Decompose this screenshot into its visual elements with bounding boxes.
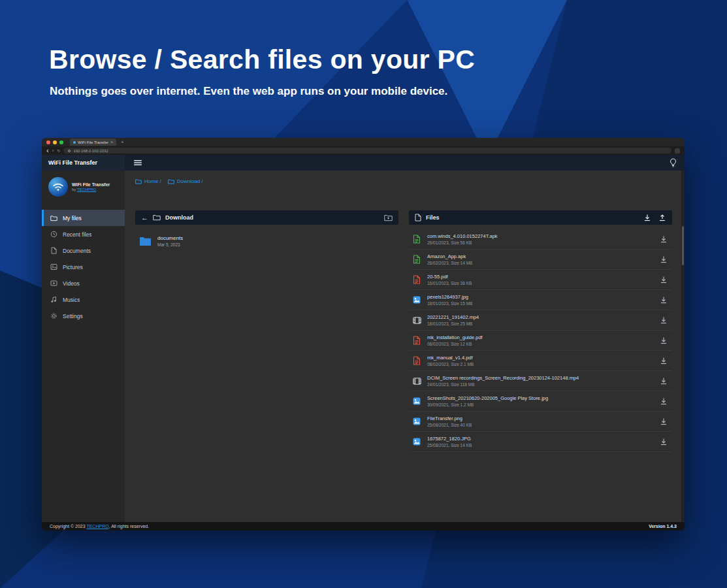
document-file-icon (413, 356, 421, 365)
page: Browse / Search files on your PC Nothing… (0, 0, 727, 588)
file-type-icon (412, 376, 421, 386)
sidebar-item[interactable]: Pictures (42, 259, 125, 275)
sidebar-item[interactable]: My files (42, 210, 125, 226)
file-name: 1675872_1820.JPG (427, 435, 653, 442)
sidebar-item-label: Musics (63, 297, 80, 303)
sidebar-item-icon (50, 214, 57, 221)
app-brand: WiFi File Transfer by TECHPRO (42, 171, 125, 202)
browser-menu-icon[interactable] (675, 148, 680, 154)
file-texts: FileTransfer.png 25/08/2021, Size 40 KB (427, 415, 653, 428)
sidebar: WiFi File Transfer by TECHPRO (42, 171, 125, 522)
files-panel: Files (409, 210, 672, 522)
download-button[interactable] (658, 396, 669, 406)
browser-toolbar: 192.168.0.102:2232 (42, 146, 685, 155)
file-row[interactable]: 20221221_191402.mp4 18/01/2023, Size 25 … (409, 310, 672, 331)
panel-title: Files (426, 214, 440, 221)
sidebar-item[interactable]: Videos (42, 275, 125, 291)
new-tab-button[interactable] (121, 140, 124, 145)
download-all-icon[interactable] (643, 214, 651, 221)
download-icon (660, 336, 668, 344)
file-row[interactable]: FileTransfer.png 25/08/2021, Size 40 KB (409, 412, 672, 432)
brand-link[interactable]: TECHPRO (77, 188, 96, 191)
breadcrumb-item[interactable]: Home / (135, 178, 161, 184)
sidebar-item-icon (50, 312, 57, 319)
sidebar-item[interactable]: Documents (42, 242, 125, 259)
browser-tab[interactable]: WiFi File Transfer (70, 139, 116, 146)
download-button[interactable] (658, 234, 669, 244)
file-type-icon (412, 335, 421, 346)
download-button[interactable] (658, 416, 669, 427)
download-button[interactable] (658, 335, 669, 346)
tab-close-icon[interactable] (110, 140, 113, 144)
file-texts: mk_manual_v1.4.pdf 08/02/2023, Size 2.1 … (427, 354, 653, 367)
browser-forward-icon[interactable] (52, 148, 54, 154)
download-button[interactable] (658, 376, 669, 386)
clock-icon (50, 231, 57, 238)
download-button[interactable] (658, 295, 669, 305)
gear-icon (50, 312, 57, 319)
image-file-icon (413, 397, 421, 405)
scrollbar[interactable] (681, 171, 685, 522)
breadcrumb-item[interactable]: Download / (168, 178, 203, 184)
file-meta: 26/02/2023, Size 14 MB (427, 260, 653, 266)
browser-back-icon[interactable] (46, 147, 49, 154)
file-row[interactable]: ScreenShots_20210620-202005_Google Play … (409, 391, 672, 412)
folder-texts: documents Mar 5, 2023 (157, 235, 183, 248)
file-name: mk_manual_v1.4.pdf (427, 354, 653, 361)
sidebar-item-icon (50, 280, 57, 287)
app-logo-icon (48, 177, 68, 197)
sidebar-item[interactable]: Recent files (42, 226, 125, 242)
brand-byline-prefix: by (72, 188, 77, 191)
sidebar-item[interactable]: Musics (42, 291, 125, 308)
back-icon[interactable] (141, 214, 148, 221)
sidebar-item-icon (50, 247, 57, 254)
upload-icon[interactable] (658, 214, 666, 221)
download-button[interactable] (658, 274, 669, 285)
panels: Download (135, 210, 672, 522)
sidebar-item-label: Pictures (63, 264, 83, 270)
file-meta: 16/01/2023, Size 38 KB (427, 280, 653, 286)
minimize-window-button[interactable] (53, 140, 57, 144)
file-name: 20221221_191402.mp4 (427, 314, 653, 321)
address-bar[interactable]: 192.168.0.102:2232 (63, 148, 671, 154)
file-type-icon (412, 396, 421, 406)
new-folder-icon[interactable] (384, 214, 393, 221)
browser-window: WiFi File Transfer 192.168.0.102:2232 Wi… (42, 138, 685, 531)
file-row[interactable]: Amazon_App.apk 26/02/2023, Size 14 MB (409, 250, 672, 270)
file-texts: 1675872_1820.JPG 25/08/2021, Size 14 KB (427, 435, 653, 448)
download-button[interactable] (658, 315, 669, 325)
file-meta: 08/02/2023, Size 2.1 MB (427, 361, 653, 367)
file-row[interactable]: mk_installation_guide.pdf 08/02/2023, Si… (409, 331, 672, 351)
file-name: pexels1264937.jpg (427, 293, 653, 301)
main-content: Home / Download / (125, 171, 681, 522)
file-row[interactable]: mk_manual_v1.4.pdf 08/02/2023, Size 2.1 … (409, 351, 672, 371)
download-button[interactable] (658, 254, 669, 265)
file-type-icon (412, 254, 421, 265)
download-button[interactable] (658, 436, 669, 447)
app-body: WiFi File Transfer by TECHPRO (42, 171, 685, 522)
download-button[interactable] (658, 355, 669, 366)
brand-text: WiFi File Transfer by TECHPRO (72, 182, 110, 193)
maximize-window-button[interactable] (59, 140, 63, 144)
file-meta: 25/08/2021, Size 40 KB (427, 422, 653, 428)
menu-icon[interactable] (134, 159, 142, 166)
file-row[interactable]: com.winds_4.010.0152274T.apk 26/01/2023,… (409, 229, 672, 250)
footer-brand-link[interactable]: TECHPRO (86, 524, 108, 529)
close-window-button[interactable] (46, 140, 50, 144)
hero-title: Browse / Search files on your PC (49, 44, 475, 75)
sidebar-item-label: Documents (63, 248, 91, 254)
brand-byline: by TECHPRO (72, 188, 110, 193)
file-row[interactable]: pexels1264937.jpg 18/01/2023, Size 15 MB (409, 290, 672, 310)
file-texts: com.winds_4.010.0152274T.apk 26/01/2023,… (427, 233, 653, 246)
download-icon (660, 417, 668, 425)
scrollbar-thumb[interactable] (682, 226, 684, 265)
file-row[interactable]: 20-55.pdf 16/01/2023, Size 38 KB (409, 270, 672, 290)
file-row[interactable]: DCIM_Screen recordings_Screen_Recording_… (409, 371, 672, 391)
tab-title: WiFi File Transfer (78, 140, 108, 144)
file-row[interactable]: 1675872_1820.JPG 25/08/2021, Size 14 KB (409, 432, 672, 452)
browser-reload-icon[interactable] (57, 148, 60, 154)
theme-toggle-icon[interactable] (670, 158, 677, 167)
file-name: DCIM_Screen recordings_Screen_Recording_… (427, 374, 653, 382)
folder-item[interactable]: documents Mar 5, 2023 (135, 229, 233, 253)
sidebar-item[interactable]: Settings (42, 308, 125, 324)
